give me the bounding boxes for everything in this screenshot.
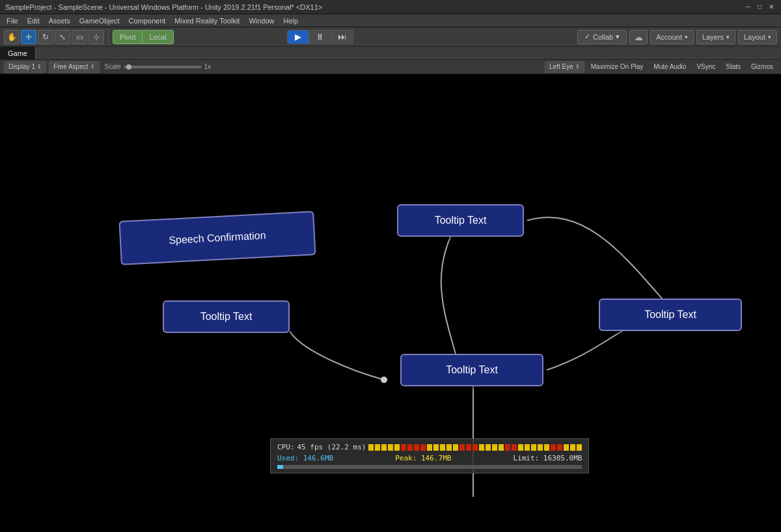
- toolbar-right: ✓ Collab ▾ ☁ Account Layers Layout: [577, 30, 777, 44]
- layout-label: Layout: [744, 33, 765, 41]
- menu-file[interactable]: File: [3, 16, 22, 26]
- pivot-button[interactable]: Pivot: [113, 30, 143, 44]
- collab-label: Collab: [593, 33, 613, 41]
- scale-label: Scale: [105, 63, 121, 70]
- fps-bar: [388, 444, 393, 451]
- stats-limit-mem: Limit: 16305.0MB: [514, 454, 582, 462]
- tooltip-center-node[interactable]: Tooltip Text: [400, 354, 543, 386]
- tooltip-left-label: Tooltip Text: [200, 311, 253, 323]
- tooltip-right-label: Tooltip Text: [644, 309, 696, 321]
- stats-fps-value: 45 fps (22.2 ms): [297, 443, 366, 451]
- left-eye-label: Left Eye: [549, 63, 573, 70]
- game-toolbar-right: Left Eye Maximize On Play Mute Audio VSy…: [545, 61, 777, 73]
- display-label: Display 1: [8, 63, 35, 70]
- fps-bar: [433, 444, 439, 451]
- step-button[interactable]: ⏭: [331, 30, 353, 44]
- fps-bar: [564, 444, 569, 451]
- minimize-button[interactable]: ─: [743, 3, 752, 12]
- speech-confirmation-node[interactable]: Speech Confirmation: [118, 211, 316, 265]
- close-button[interactable]: ✕: [767, 3, 776, 12]
- collab-button[interactable]: ✓ Collab ▾: [577, 30, 627, 44]
- tooltip-right-node[interactable]: Tooltip Text: [599, 299, 742, 331]
- cloud-button[interactable]: ☁: [629, 30, 648, 44]
- hand-tool[interactable]: ✋: [4, 30, 20, 44]
- fps-bar: [544, 444, 549, 451]
- svg-point-1: [381, 377, 387, 383]
- menu-window[interactable]: Window: [245, 16, 278, 26]
- fps-bar: [525, 444, 530, 451]
- scale-slider-thumb: [126, 64, 131, 70]
- title-bar: SampleProject - SampleScene - Universal …: [0, 0, 781, 14]
- fps-bar: [577, 444, 582, 451]
- fps-bars: [368, 444, 582, 451]
- move-tool[interactable]: ✛: [21, 30, 36, 44]
- aspect-selector[interactable]: Free Aspect: [49, 61, 99, 73]
- vsync-button[interactable]: VSync: [692, 61, 719, 73]
- pivot-local-group: Pivot Local: [113, 30, 174, 44]
- game-tab-bar: Game: [0, 47, 781, 60]
- fps-bar: [531, 444, 536, 451]
- fps-bar: [407, 444, 413, 451]
- game-tab-label: Game: [8, 49, 27, 57]
- fps-bar: [368, 444, 374, 451]
- scale-value: 1x: [204, 63, 212, 70]
- stats-button[interactable]: Stats: [722, 61, 745, 73]
- fps-bar: [459, 444, 465, 451]
- fps-bar: [414, 444, 419, 451]
- tooltip-top-label: Tooltip Text: [435, 215, 487, 226]
- layers-dropdown[interactable]: Layers: [696, 30, 735, 44]
- fps-bar: [486, 444, 491, 451]
- rotate-tool[interactable]: ↻: [38, 30, 53, 44]
- menu-gameobject[interactable]: GameObject: [75, 16, 124, 26]
- fps-bar: [381, 444, 387, 451]
- game-canvas: Speech Confirmation Tooltip Text Tooltip…: [0, 74, 781, 532]
- fps-bar: [570, 444, 575, 451]
- scale-tool[interactable]: ⤡: [55, 30, 70, 44]
- maximize-button[interactable]: □: [755, 3, 764, 12]
- transform-tool[interactable]: ⊹: [89, 30, 104, 44]
- maximize-on-play-button[interactable]: Maximize On Play: [587, 61, 648, 73]
- menu-help[interactable]: Help: [280, 16, 303, 26]
- menu-edit[interactable]: Edit: [23, 16, 44, 26]
- scale-container: Scale 1x: [105, 63, 212, 70]
- scale-slider[interactable]: [124, 66, 202, 68]
- game-tab[interactable]: Game: [0, 47, 36, 59]
- mute-audio-button[interactable]: Mute Audio: [650, 61, 690, 73]
- game-view-toolbar: Display 1 Free Aspect Scale 1x Left Eye …: [0, 60, 781, 74]
- fps-bar: [551, 444, 556, 451]
- memory-bar-fill: [277, 465, 283, 469]
- collab-arrow: ▾: [616, 33, 620, 41]
- local-button[interactable]: Local: [143, 30, 173, 44]
- transform-tools: ✋ ✛ ↻ ⤡ ▭ ⊹: [4, 30, 109, 44]
- stats-fps-line: CPU: 45 fps (22.2 ms): [277, 443, 582, 451]
- speech-confirmation-label: Speech Confirmation: [169, 230, 266, 246]
- fps-bar: [394, 444, 400, 451]
- fps-bar: [479, 444, 484, 451]
- gizmos-button[interactable]: Gizmos: [747, 61, 777, 73]
- account-dropdown[interactable]: Account: [650, 30, 694, 44]
- fps-bar: [499, 444, 504, 451]
- layout-dropdown[interactable]: Layout: [738, 30, 777, 44]
- tooltip-left-node[interactable]: Tooltip Text: [163, 300, 290, 333]
- display-selector[interactable]: Display 1: [4, 61, 46, 73]
- fps-bar: [420, 444, 426, 451]
- fps-bar: [401, 444, 406, 451]
- aspect-label: Free Aspect: [53, 63, 88, 70]
- pause-button[interactable]: ⏸: [309, 30, 331, 44]
- toolbar: ✋ ✛ ↻ ⤡ ▭ ⊹ Pivot Local ▶ ⏸ ⏭ ✓ Collab ▾…: [0, 27, 781, 47]
- fps-bar: [466, 444, 471, 451]
- fps-bar: [473, 444, 478, 451]
- fps-bar: [505, 444, 510, 451]
- fps-bar: [512, 444, 517, 451]
- tooltip-top-node[interactable]: Tooltip Text: [397, 204, 524, 237]
- rect-tool[interactable]: ▭: [72, 30, 87, 44]
- fps-bar: [375, 444, 380, 451]
- account-label: Account: [656, 33, 682, 41]
- menu-component[interactable]: Component: [124, 16, 169, 26]
- menu-mixed-reality[interactable]: Mixed Reality Toolkit: [171, 16, 243, 26]
- fps-bar: [492, 444, 497, 451]
- play-button[interactable]: ▶: [287, 30, 309, 44]
- tooltip-center-label: Tooltip Text: [446, 364, 498, 376]
- left-eye-selector[interactable]: Left Eye: [545, 61, 584, 73]
- menu-assets[interactable]: Assets: [45, 16, 74, 26]
